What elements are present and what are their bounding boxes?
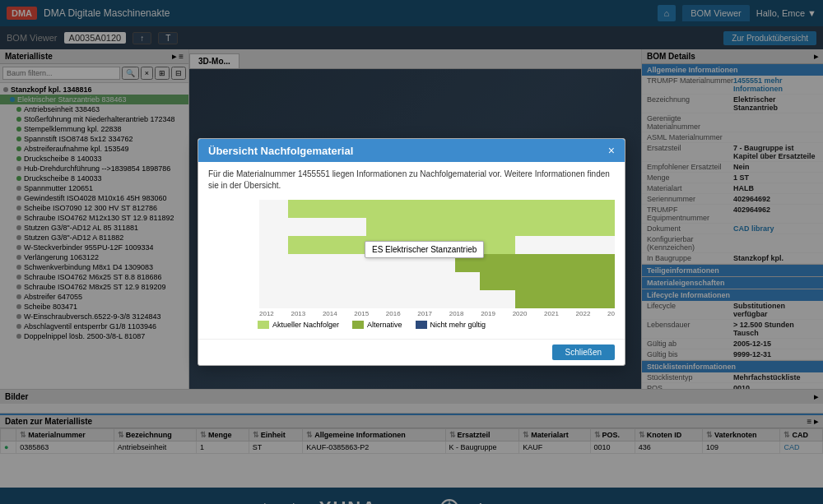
modal-body: Für die Materialnummer 1455551 liegen In… <box>198 162 625 339</box>
bar-container <box>259 218 615 236</box>
x-axis-label: 20 <box>607 310 615 317</box>
bar-container <box>259 200 615 218</box>
chart-outer-row: 0385863 <box>259 218 615 236</box>
modal-header: Übersicht Nachfolgematerial × <box>198 139 625 162</box>
chart-outer-row: 2226236 <box>259 290 615 308</box>
x-axis-label: 2014 <box>323 310 337 317</box>
x-axis-label: 2019 <box>481 310 495 317</box>
x-axis-label: 2021 <box>544 310 559 317</box>
bar-container <box>259 236 615 254</box>
bar <box>515 290 615 308</box>
legend-color-swatch <box>416 321 427 329</box>
legend-label: Aktueller Nachfolger <box>272 321 339 329</box>
chart-outer-row: 1910051 <box>259 254 615 272</box>
x-axis-label: 2022 <box>576 310 591 317</box>
bar-container <box>259 290 615 308</box>
legend-color-swatch <box>258 321 269 329</box>
legend-label: Alternative <box>367 321 402 329</box>
bar <box>366 218 615 236</box>
x-axis-label: 2013 <box>291 310 305 317</box>
modal-overlay[interactable]: Übersicht Nachfolgematerial × Für die Ma… <box>0 0 823 504</box>
x-axis-label: 2012 <box>259 310 274 317</box>
x-axis-label: 2020 <box>513 310 528 317</box>
modal-title: Übersicht Nachfolgematerial <box>208 145 353 157</box>
modal: Übersicht Nachfolgematerial × Für die Ma… <box>198 138 625 366</box>
modal-description: Für die Materialnummer 1455551 liegen In… <box>208 169 615 192</box>
bar-container <box>259 272 615 290</box>
x-axis-label: 2016 <box>386 310 401 317</box>
chart-rows: 1455551038586324180771910051170107422262… <box>208 200 615 308</box>
schliessen-button[interactable]: Schließen <box>552 344 615 360</box>
modal-footer: Schließen <box>198 339 625 365</box>
legend-color-swatch <box>352 321 364 329</box>
bar <box>455 254 615 272</box>
legend-item: Alternative <box>352 321 402 329</box>
chart-outer-row: 1455551 <box>259 200 615 218</box>
x-axis-label: 2018 <box>449 310 464 317</box>
bar <box>480 272 615 290</box>
bar-container <box>259 254 615 272</box>
modal-close-button[interactable]: × <box>608 144 615 157</box>
x-axis: 2012201320142015201620172018201920202021… <box>208 310 615 317</box>
bar <box>288 236 515 254</box>
bar <box>288 200 615 218</box>
chart-outer-row: 2418077 <box>259 236 615 254</box>
x-axis-label: 2015 <box>354 310 369 317</box>
legend-item: Aktueller Nachfolger <box>258 321 339 329</box>
chart-outer-row: 1701074 <box>259 272 615 290</box>
chart-container: 1455551038586324180771910051170107422262… <box>208 200 615 317</box>
legend-item: Nicht mehr gültig <box>416 321 486 329</box>
chart-legend: Aktueller NachfolgerAlternativeNicht meh… <box>258 317 615 332</box>
legend-label: Nicht mehr gültig <box>430 321 486 329</box>
x-axis-label: 2017 <box>417 310 432 317</box>
